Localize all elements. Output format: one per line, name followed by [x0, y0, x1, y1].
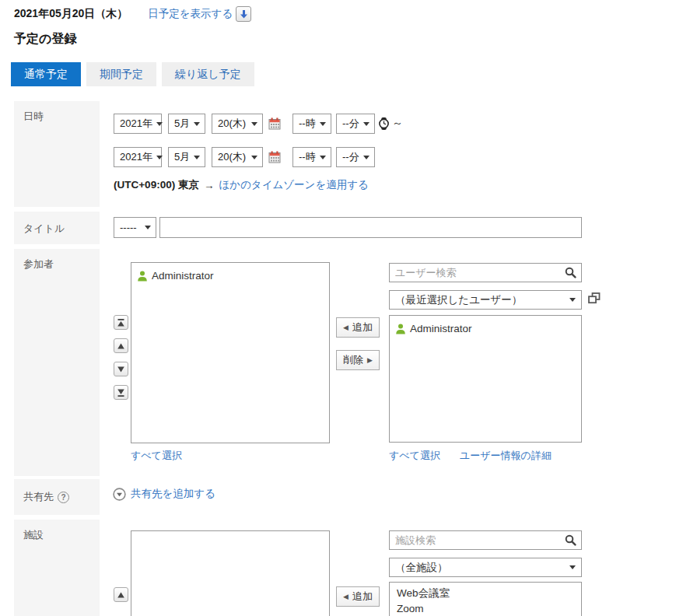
user-detail-link[interactable]: ユーザー情報の詳細 — [460, 449, 552, 463]
timezone-value: (UTC+09:00) 東京 — [114, 178, 199, 192]
start-minute-select[interactable]: --分 — [336, 114, 375, 134]
caret-down-icon — [194, 156, 200, 159]
candidate-users-listbox[interactable]: Administrator — [389, 315, 582, 443]
start-day-select[interactable]: 20(木) — [212, 114, 263, 134]
move-top-button[interactable] — [114, 315, 128, 330]
tab-repeat-schedule[interactable]: 繰り返し予定 — [162, 62, 254, 86]
end-calendar-picker-icon[interactable] — [268, 151, 281, 163]
header-line: 2021年05月20日（木） 日予定を表示する — [14, 6, 251, 22]
selected-facilities-listbox[interactable] — [131, 530, 330, 616]
tab-normal-schedule[interactable]: 通常予定 — [11, 62, 81, 86]
tab-period-schedule[interactable]: 期間予定 — [86, 62, 156, 86]
row-facility: 施設 ◀ 追加 — [14, 520, 690, 616]
start-month-select[interactable]: 5月 — [168, 114, 205, 134]
show-day-schedule-link[interactable]: 日予定を表示する — [148, 7, 233, 21]
start-year-select[interactable]: 2021年 — [114, 114, 162, 134]
facility-search-wrap — [389, 530, 582, 550]
add-facility-button[interactable]: ◀ 追加 — [336, 586, 380, 607]
help-icon[interactable]: ? — [58, 492, 69, 503]
selected-participants-listbox[interactable]: Administrator — [131, 262, 330, 443]
caret-down-icon — [156, 122, 163, 126]
participants-label: 参加者 — [14, 249, 100, 476]
caret-down-icon — [145, 226, 151, 229]
facility-move-up-button[interactable] — [114, 587, 128, 602]
search-icon[interactable] — [565, 534, 576, 548]
list-item[interactable]: Web会議室 — [397, 586, 574, 601]
end-minute-value: --分 — [342, 150, 359, 164]
caret-down-icon — [251, 156, 257, 159]
user-filter-select[interactable]: （最近選択したユーザー） — [389, 290, 582, 310]
range-tilde: ～ — [392, 117, 403, 131]
user-filter-value: （最近選択したユーザー） — [395, 293, 522, 307]
candidate-facilities-listbox[interactable]: Web会議室 Zoom — [389, 582, 582, 616]
start-calendar-picker-icon[interactable] — [268, 117, 281, 130]
row-share: 共有先 ? 共有先を追加する — [14, 479, 690, 515]
list-item[interactable]: Administrator — [137, 268, 324, 284]
facility-label: 施設 — [14, 520, 100, 616]
facility-filter-select[interactable]: （全施設） — [389, 558, 582, 577]
remove-button-label: 削除 — [343, 353, 363, 367]
caret-down-icon — [569, 565, 576, 569]
start-day-value: 20(木) — [218, 117, 246, 131]
end-day-select[interactable]: 20(木) — [212, 147, 263, 167]
move-up-icon — [117, 343, 124, 349]
arrow-down-icon — [240, 10, 247, 19]
caret-down-icon — [363, 122, 370, 126]
facility-content: ◀ 追加 （全施設） Web会議室 Zoom — [100, 520, 690, 616]
user-icon — [137, 271, 148, 282]
start-hour-value: --時 — [299, 117, 316, 131]
timezone-arrow: → — [204, 180, 215, 191]
move-top-icon — [117, 319, 124, 327]
user-search-input[interactable] — [389, 263, 582, 282]
start-minute-value: --分 — [342, 117, 359, 131]
list-item[interactable]: Zoom — [397, 601, 574, 616]
list-item[interactable]: Administrator — [395, 320, 576, 337]
share-line: 共有先を追加する — [113, 487, 215, 501]
facility-search-input[interactable] — [389, 530, 582, 550]
add-participant-button[interactable]: ◀ 追加 — [336, 317, 380, 338]
search-icon[interactable] — [565, 267, 576, 281]
left-triangle-icon: ◀ — [343, 593, 349, 600]
row-datetime: 日時 2021年 5月 20(木) — [14, 101, 690, 207]
end-hour-select[interactable]: --時 — [292, 147, 331, 167]
select-all-left-link[interactable]: すべて選択 — [131, 449, 182, 463]
caret-down-icon — [194, 122, 200, 126]
start-datetime-line: 2021年 5月 20(木) — [114, 114, 403, 134]
schedule-register-page: 2021年05月20日（木） 日予定を表示する 予定の登録 通常予定 期間予定 … — [0, 0, 690, 616]
facility-filter-value: （全施設） — [395, 561, 448, 575]
move-bottom-button[interactable] — [114, 385, 128, 400]
toggle-expand-icon[interactable] — [113, 488, 126, 501]
add-facility-label: 追加 — [352, 590, 373, 604]
caret-down-icon — [320, 122, 326, 126]
apply-other-timezone-link[interactable]: ほかのタイムゾーンを適用する — [219, 178, 368, 192]
share-content: 共有先を追加する — [100, 479, 690, 515]
open-user-selector-icon[interactable] — [588, 292, 601, 306]
select-all-right-link[interactable]: すべて選択 — [389, 449, 440, 463]
caret-down-icon — [251, 122, 257, 126]
add-button-label: 追加 — [352, 320, 373, 334]
time-picker-clock-icon[interactable] — [378, 117, 390, 130]
end-year-select[interactable]: 2021年 — [114, 147, 162, 167]
remove-participant-button[interactable]: 削除 ▶ — [336, 350, 380, 370]
end-minute-select[interactable]: --分 — [336, 147, 375, 167]
timezone-line: (UTC+09:00) 東京 → ほかのタイムゾーンを適用する — [114, 178, 369, 192]
start-hour-select[interactable]: --時 — [292, 114, 331, 134]
current-date: 2021年05月20日（木） — [14, 7, 128, 21]
end-month-select[interactable]: 5月 — [168, 147, 205, 167]
move-down-icon — [117, 366, 124, 373]
schedule-type-tabs: 通常予定 期間予定 繰り返し予定 — [11, 62, 254, 86]
move-down-button[interactable] — [114, 362, 128, 376]
start-year-value: 2021年 — [120, 117, 152, 131]
add-share-link[interactable]: 共有先を追加する — [131, 487, 215, 501]
title-input[interactable] — [159, 217, 582, 238]
datetime-content: 2021年 5月 20(木) — [100, 101, 690, 207]
participants-content: Administrator すべて選択 ◀ 追加 削除 ▶ — [100, 249, 690, 476]
page-title: 予定の登録 — [14, 31, 76, 47]
title-menu-select[interactable]: ----- — [114, 217, 156, 238]
move-up-button[interactable] — [114, 338, 128, 353]
expand-day-schedule-button[interactable] — [236, 6, 251, 22]
caret-down-icon — [156, 156, 163, 159]
participant-name: Administrator — [152, 270, 214, 282]
share-label-cell: 共有先 ? — [14, 479, 100, 515]
user-icon — [395, 324, 406, 334]
